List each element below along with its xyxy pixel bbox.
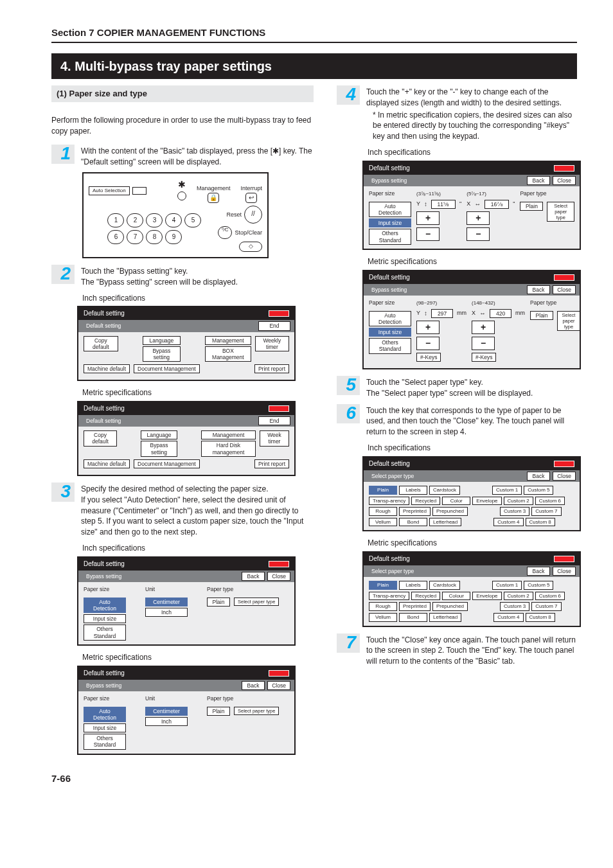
caption-metric: Metric specifications	[82, 387, 314, 398]
section-header: Section 7 COPIER MANAGEMENT FUNCTIONS	[51, 26, 577, 43]
page-title-bar: 4. Multi-bypass tray paper settings	[51, 53, 577, 79]
step-6: 6 Touch the key that corresponds to the …	[337, 404, 581, 438]
screen-step6-metric: Default setting Select paper typeBackClo…	[362, 551, 581, 627]
step-5: 5 Touch the "Select paper type" key.The …	[337, 376, 581, 399]
left-column: (1) Paper size and type Perform the foll…	[51, 85, 314, 761]
page-number: 7-66	[51, 772, 577, 785]
step-1: 1 With the content of the "Basic" tab di…	[51, 145, 314, 168]
screen-step6-inch: Default setting Select paper typeBackClo…	[362, 456, 581, 532]
right-column: 4 Touch the "+" key or the "-" key to ch…	[337, 85, 581, 761]
rect-icon	[132, 187, 147, 195]
intro-text: Perform the following procedure in order…	[51, 115, 314, 137]
step-7: 7 Touch the "Close" key once again. The …	[337, 633, 581, 667]
screen-step3-inch: Default setting Bypass settingBackClose …	[77, 556, 296, 646]
screen-step3-metric: Default setting Bypass settingBackClose …	[77, 666, 296, 755]
step-3: 3 Specify the desired method of selectin…	[51, 483, 314, 538]
screen-step2-metric: Default setting Default settingEnd Copy …	[77, 401, 296, 476]
screen-step2-inch: Default setting Default settingEnd Copy …	[77, 306, 296, 381]
step-2: 2 Touch the "Bypass setting" key.The "By…	[51, 265, 314, 288]
step-4: 4 Touch the "+" key or the "-" key to ch…	[337, 85, 581, 142]
subsection-heading: (1) Paper size and type	[51, 85, 314, 102]
screen-step4-inch: Default setting Bypass settingBackClose …	[362, 161, 581, 250]
caption-inch: Inch specifications	[82, 293, 314, 304]
keypad-figure: Auto Selection ✱ Management🔒 Interrupt↩ …	[82, 172, 269, 258]
screen-step4-metric: Default setting Bypass settingBackClose …	[362, 270, 581, 369]
page-title: 4. Multi-bypass tray paper settings	[51, 59, 272, 73]
